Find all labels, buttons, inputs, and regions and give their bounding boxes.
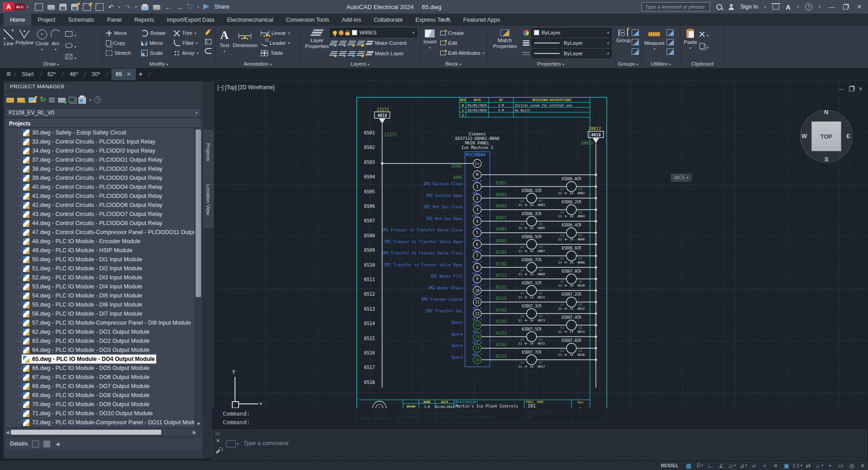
details-collapse-icon[interactable]: ◀ [56, 441, 59, 446]
drawing-canvas[interactable]: [−] [Top] [2D Wireframe] — × REVDATEBYRE… [214, 80, 868, 460]
vertical-scroll-thumb[interactable] [196, 129, 201, 297]
stretch-button[interactable]: Stretch [106, 48, 141, 58]
list-vertical-scrollbar[interactable]: ▼ [195, 128, 201, 427]
mirror-button[interactable]: Mirror [141, 38, 174, 48]
task-list-icon[interactable] [49, 98, 55, 102]
wcs-button[interactable]: WCS▾ [671, 174, 691, 182]
minimize-button[interactable]: — [827, 3, 837, 10]
open-project-icon[interactable] [6, 98, 14, 103]
app-menu-button[interactable]: A ELC ▾ [3, 2, 29, 11]
command-recent-icon[interactable]: ▾ [237, 442, 239, 446]
linetype-icon[interactable] [523, 51, 529, 56]
search-input[interactable] [642, 2, 710, 11]
transfer-icon[interactable] [96, 3, 104, 11]
arc-button[interactable]: Arc▾ [51, 26, 61, 61]
panel-label-utilities[interactable]: Utilities▾ [642, 61, 680, 67]
publish-icon[interactable] [58, 98, 66, 103]
new-drawing-icon[interactable] [28, 97, 37, 103]
grid-icon[interactable]: ▦ [683, 461, 694, 470]
ribbon-tab-home[interactable]: Home [4, 14, 31, 26]
ungroup-icon[interactable] [632, 29, 639, 36]
list-horizontal-scrollbar[interactable]: ◀ ▶ [5, 429, 197, 436]
list-item[interactable]: 39.dwg - Control Circuits - PLCIODO3 Out… [22, 173, 164, 182]
print-icon[interactable] [141, 5, 149, 10]
dynamic-input-icon[interactable]: + [759, 461, 770, 470]
ribbon-tab-schematic[interactable]: Schematic [62, 14, 101, 26]
list-item[interactable]: 38.dwg - Control Circuits - PLCIODO2 Out… [22, 164, 164, 173]
rotate-button[interactable]: Rotate [141, 29, 174, 38]
ribbon-tab-add-ins[interactable]: Add-ins [336, 14, 367, 26]
linear-button[interactable]: Linear▾ [261, 29, 290, 38]
list-item[interactable]: 34.dwg - Control Circuits - PLCIODI3 Inp… [22, 146, 157, 155]
model-space-label[interactable]: MODEL [661, 463, 679, 468]
redo-dropdown-icon[interactable]: ▾ [135, 5, 137, 9]
ribbon-tab-conversion-tools[interactable]: Conversion Tools [279, 14, 336, 26]
doc-close-icon[interactable]: × [859, 85, 863, 92]
isolate-icon[interactable]: ◎ [846, 461, 857, 470]
list-item[interactable]: 56.dwg - PLC IO Module - DI7 Input Modul… [22, 309, 144, 318]
close-button[interactable]: × [854, 2, 864, 11]
color-wheel-icon[interactable] [523, 30, 529, 36]
viewcube-south[interactable]: S [825, 156, 829, 163]
details-preview-icon[interactable] [32, 441, 39, 447]
list-item[interactable]: 42.dwg - Control Circuits - PLCIODO6 Out… [22, 201, 164, 210]
scale-button[interactable]: Scale [141, 48, 174, 58]
insert-button[interactable]: Insert▾ [423, 26, 436, 58]
list-item[interactable]: 33.dwg - Control Circuits - PLCIODI1 Inp… [22, 137, 157, 146]
text-button[interactable]: AText▾ [220, 26, 229, 58]
panel-label-draw[interactable]: Draw▾ [0, 61, 102, 67]
panel-label-block[interactable]: Block▾ [420, 61, 487, 67]
ribbon-tab-electromechanical[interactable]: Electromechanical [221, 14, 279, 26]
list-item[interactable]: 62.dwg - PLC IO Module - DO1 Output Modu… [22, 327, 151, 336]
hatch-button[interactable]: ▾ [65, 53, 76, 61]
edit-attributes-button[interactable]: Edit Attributes▾ [440, 48, 484, 58]
project-select-combo[interactable]: P2109_EV_RL_V0 ▾ [5, 108, 201, 117]
redo-icon[interactable]: ↷ [125, 4, 131, 10]
list-item[interactable]: 64.dwg - PLC IO Module - DO3 Output Modu… [22, 345, 151, 355]
help-icon[interactable]: ? [805, 3, 812, 10]
dimension-button[interactable]: Dimension [233, 26, 257, 58]
plot-web-icon[interactable] [78, 97, 86, 104]
sign-in-dropdown-icon[interactable]: ▾ [764, 5, 766, 9]
palette-tab-projects[interactable]: Projects [203, 130, 213, 174]
list-item[interactable]: 57.dwg - PLC IO Module-Compressor Panel … [22, 318, 192, 327]
viewcube-top-face[interactable]: TOP [811, 121, 841, 151]
rectangle-button[interactable]: ▾ [65, 30, 76, 38]
new-tab-button[interactable]: + [136, 70, 146, 79]
ellipse-button[interactable]: ▾ [65, 42, 76, 50]
table-button[interactable]: Table [261, 48, 290, 58]
layer-select-combo[interactable]: WIRES ▾ [330, 28, 417, 37]
linetype-combo[interactable]: ByLayer▾ [532, 49, 612, 58]
move-button[interactable]: Move [106, 29, 141, 38]
panel-label-properties[interactable]: Properties▾ [487, 61, 614, 67]
render-icon[interactable]: ﬞ⛉ [187, 4, 192, 10]
list-item[interactable]: 55.dwg - PLC IO Module - DI6 Input Modul… [22, 300, 144, 309]
open-icon[interactable] [48, 5, 55, 10]
list-item[interactable]: 30.dwg - Safety - Estop Safety Circuit [22, 128, 128, 137]
scroll-down-icon[interactable]: ▼ [197, 422, 201, 426]
list-item[interactable]: 71.dwg - PLC IO Module - DO10 Output Mod… [22, 409, 154, 418]
list-item[interactable]: 48.dwg - PLC IO Module - Encoder Module [22, 237, 142, 246]
help-icon[interactable]: ? [94, 96, 101, 103]
make-current-button[interactable]: Make Current [330, 38, 417, 48]
viewcube-west[interactable]: W [801, 133, 807, 139]
viewcube-north[interactable]: N [824, 109, 828, 115]
autodesk-icon[interactable]: A [786, 3, 791, 11]
list-item[interactable]: 53.dwg - PLC IO Module - DI4 Input Modul… [22, 282, 144, 291]
export-icon[interactable] [83, 3, 91, 11]
list-item[interactable]: 44.dwg - Control Circuits - PLCIODO8 Out… [22, 219, 164, 228]
scroll-left-icon[interactable]: ◀ [5, 430, 10, 435]
viewport-visual-style[interactable]: [2D Wireframe] [238, 84, 275, 91]
list-item[interactable]: 72.dwg - PLC IO Module-Compressor Panel … [22, 418, 194, 427]
isodraft-icon[interactable]: ◇▾ [727, 461, 738, 470]
quick-select-icon[interactable] [667, 29, 674, 36]
workspace-switch-icon[interactable]: ⇄ [803, 461, 814, 470]
selection-cycling-icon[interactable]: ▣ [781, 461, 792, 470]
osnap-icon[interactable]: ⊿▾ [738, 461, 748, 470]
lineweight-icon[interactable] [523, 40, 529, 46]
list-item[interactable]: 49.dwg - PLC IO Module - HSIP Module [22, 246, 134, 255]
refresh-icon[interactable]: ↻ [40, 96, 46, 103]
copy-to-icon[interactable] [69, 97, 75, 102]
ortho-icon[interactable]: ∟ [705, 461, 716, 470]
folder-icon[interactable] [153, 5, 160, 10]
